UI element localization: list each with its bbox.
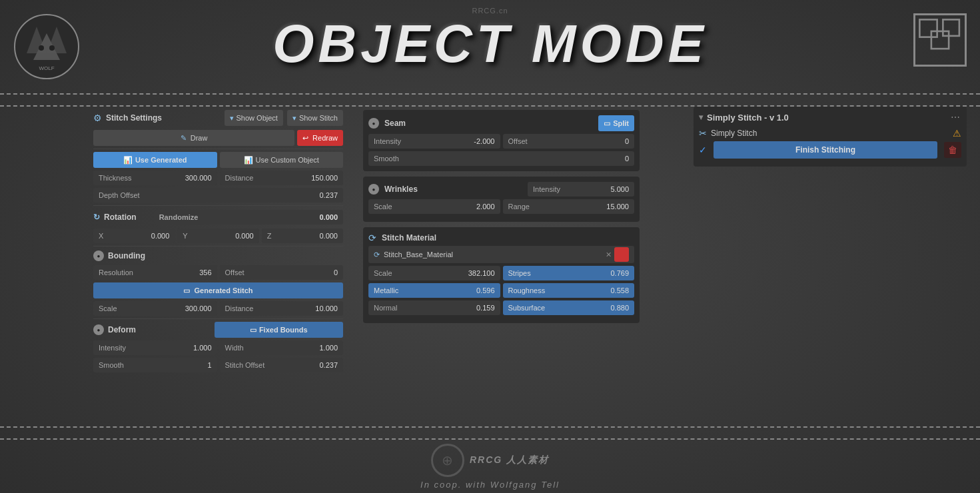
- x-field[interactable]: X 0.000: [93, 229, 175, 243]
- material-color-swatch[interactable]: [614, 247, 629, 262]
- roughness-value: 0.558: [610, 286, 629, 294]
- material-input-row: ⟳ Stitch_Base_Material ✕: [368, 246, 634, 263]
- deform-label: Deform: [108, 325, 136, 334]
- deform-intensity-field[interactable]: Intensity 1.000: [93, 340, 217, 355]
- x-value: 0.000: [151, 232, 170, 240]
- wrinkles-intensity-field[interactable]: Intensity 5.000: [528, 182, 634, 197]
- gs-scale-value: 300.000: [185, 304, 212, 312]
- gs-scale-field[interactable]: Scale 300.000: [93, 301, 217, 316]
- metallic-roughness-row: Metallic 0.596 Roughness 0.558: [368, 283, 634, 298]
- metallic-field[interactable]: Metallic 0.596: [368, 283, 500, 298]
- deform-header: ● Deform: [93, 323, 212, 336]
- normal-subsurface-row: Normal 0.159 Subsurface 0.880: [368, 300, 634, 315]
- deform-eye-icon: ●: [93, 324, 104, 335]
- seam-smooth-label: Smooth: [374, 155, 399, 163]
- y-field[interactable]: Y 0.000: [177, 229, 258, 243]
- seam-offset-label: Offset: [508, 137, 528, 145]
- dots-menu[interactable]: ⋯: [951, 112, 961, 123]
- finish-stitching-button[interactable]: Finish Stitching: [714, 141, 937, 159]
- z-label: Z: [267, 232, 272, 240]
- thickness-field[interactable]: Thickness 300.000: [93, 171, 217, 185]
- normal-field[interactable]: Normal 0.159: [368, 300, 500, 315]
- wrinkles-intensity-value: 5.000: [610, 185, 629, 193]
- deform-width-field[interactable]: Width 1.000: [220, 340, 344, 355]
- stitch-offset-field[interactable]: Stitch Offset 0.237: [220, 358, 344, 372]
- seam-smooth-field[interactable]: Smooth 0: [368, 151, 634, 166]
- wrinkles-scale-field[interactable]: Scale 2.000: [368, 199, 500, 214]
- deform-smooth-offset: Smooth 1 Stitch Offset 0.237: [93, 358, 343, 372]
- distance-field[interactable]: Distance 150.000: [220, 171, 344, 185]
- fixed-bounds-icon: ▭: [250, 326, 256, 334]
- show-stitch-label: Show Stitch: [299, 114, 338, 122]
- redraw-icon: ↩: [302, 134, 308, 143]
- divider-2: [93, 205, 343, 206]
- deform-fixedbounds-row: ● Deform ▭ Fixed Bounds: [93, 322, 343, 338]
- resolution-field[interactable]: Resolution 356: [93, 265, 217, 280]
- simply-title-text: Simply Stitch - v 1.0: [707, 113, 789, 123]
- use-custom-button[interactable]: 📊 Use Custom Object: [220, 152, 344, 168]
- material-scale-label: Scale: [374, 269, 392, 277]
- seam-intensity-label: Intensity: [374, 137, 401, 145]
- draw-button[interactable]: ✎ Draw: [93, 130, 294, 146]
- normal-label: Normal: [374, 304, 397, 312]
- subsurface-value: 0.880: [610, 304, 629, 312]
- depth-offset-label: Depth Offset: [99, 191, 140, 199]
- divider-1: [93, 149, 343, 149]
- distance-label: Distance: [225, 174, 254, 182]
- footer: ⊕ RRCG 人人素材 In coop. with Wolfgang Tell: [0, 440, 980, 493]
- roughness-field[interactable]: Roughness 0.558: [503, 283, 635, 298]
- bounding-offset-field[interactable]: Offset 0: [220, 265, 344, 280]
- generated-stitch-icon: ▭: [183, 286, 190, 295]
- redraw-label: Redraw: [312, 134, 338, 142]
- show-object-button[interactable]: ▾ Show Object: [225, 110, 283, 126]
- trash-icon[interactable]: 🗑: [944, 142, 961, 158]
- wrinkles-scale-range: Scale 2.000 Range 15.000: [368, 199, 634, 214]
- show-stitch-button[interactable]: ▾ Show Stitch: [287, 110, 343, 126]
- split-button[interactable]: ▭ Split: [598, 115, 634, 131]
- deform-smooth-field[interactable]: Smooth 1: [93, 358, 217, 372]
- stitch-material-icon: ⟳: [368, 233, 376, 243]
- y-label: Y: [183, 232, 187, 240]
- split-label: Split: [613, 119, 629, 127]
- finish-row: ✓ Finish Stitching 🗑: [699, 141, 961, 159]
- redraw-button[interactable]: ↩ Redraw: [297, 130, 343, 146]
- fixed-bounds-label: Fixed Bounds: [259, 326, 308, 334]
- stitch-material-header: ⟳ Stitch Material: [368, 233, 634, 243]
- normal-value: 0.159: [476, 304, 495, 312]
- gs-scale-distance: Scale 300.000 Distance 10.000: [93, 301, 343, 316]
- finish-stitching-label: Finish Stitching: [795, 145, 855, 155]
- use-generated-button[interactable]: 📊 Use Generated: [93, 152, 217, 168]
- y-value: 0.000: [235, 232, 254, 240]
- depth-offset-field[interactable]: Depth Offset 0.237: [93, 188, 343, 203]
- resolution-label: Resolution: [99, 268, 133, 276]
- deform-width-label: Width: [225, 344, 244, 352]
- wrinkles-label: Wrinkles: [384, 185, 525, 194]
- metallic-label: Metallic: [374, 286, 398, 294]
- seam-intensity-field[interactable]: Intensity -2.000: [368, 134, 500, 149]
- randomize-value: 0.000: [319, 213, 338, 221]
- stitch-settings-label: Stitch Settings: [106, 113, 162, 123]
- subsurface-field[interactable]: Subsurface 0.880: [503, 300, 635, 315]
- footer-logo-icon: ⊕: [442, 452, 453, 468]
- show-object-label: Show Object: [237, 114, 278, 122]
- draw-label: Draw: [191, 134, 208, 142]
- material-scale-value: 382.100: [468, 269, 495, 277]
- seam-offset-field[interactable]: Offset 0: [503, 134, 635, 149]
- material-refresh-icon: ⟳: [374, 250, 380, 259]
- warning-icon: ⚠: [953, 128, 961, 139]
- wrinkles-range-field[interactable]: Range 15.000: [503, 199, 635, 214]
- randomize-label: Randomize: [159, 213, 199, 221]
- wrinkles-range-label: Range: [508, 203, 530, 211]
- material-name: Stitch_Base_Material: [384, 250, 603, 258]
- z-field[interactable]: Z 0.000: [262, 229, 343, 243]
- fixed-bounds-button[interactable]: ▭ Fixed Bounds: [215, 322, 344, 338]
- gs-distance-field[interactable]: Distance 10.000: [220, 301, 344, 316]
- collapse-arrow[interactable]: ▾: [699, 113, 703, 122]
- randomize-field[interactable]: Randomize 0.000: [154, 210, 343, 225]
- stitch-offset-value: 0.237: [319, 361, 338, 369]
- gs-scale-label: Scale: [99, 304, 117, 312]
- stripes-field[interactable]: Stripes 0.769: [503, 266, 635, 280]
- generated-stitch-button[interactable]: ▭ Generated Stitch: [93, 282, 343, 298]
- material-clear-button[interactable]: ✕: [606, 250, 612, 259]
- material-scale-field[interactable]: Scale 382.100: [368, 266, 500, 280]
